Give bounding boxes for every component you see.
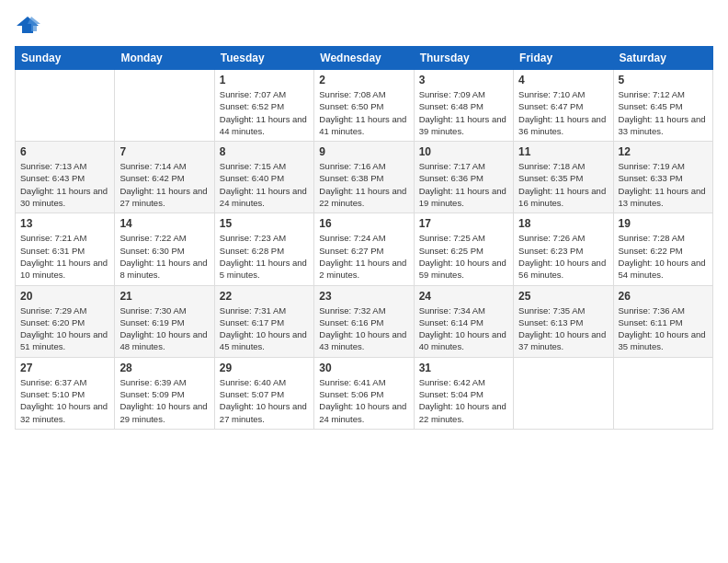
day-number: 29 [220,362,309,374]
calendar-cell: 28Sunrise: 6:39 AM Sunset: 5:09 PM Dayli… [115,357,214,429]
day-number: 9 [319,145,408,158]
day-number: 4 [518,74,608,86]
day-info: Sunrise: 7:35 AM Sunset: 6:13 PM Dayligh… [518,304,608,353]
day-number: 27 [20,362,109,374]
calendar-cell [16,70,115,142]
calendar-header-row: SundayMondayTuesdayWednesdayThursdayFrid… [16,47,713,70]
calendar-cell: 31Sunrise: 6:42 AM Sunset: 5:04 PM Dayli… [414,357,513,429]
day-info: Sunrise: 6:39 AM Sunset: 5:09 PM Dayligh… [119,376,209,425]
day-number: 7 [119,145,209,158]
calendar-cell: 12Sunrise: 7:19 AM Sunset: 6:33 PM Dayli… [613,142,712,213]
day-info: Sunrise: 7:34 AM Sunset: 6:14 PM Dayligh… [419,304,508,353]
day-info: Sunrise: 7:24 AM Sunset: 6:27 PM Dayligh… [319,232,408,281]
calendar-cell: 4Sunrise: 7:10 AM Sunset: 6:47 PM Daylig… [514,70,613,142]
calendar-table: SundayMondayTuesdayWednesdayThursdayFrid… [15,46,713,430]
day-info: Sunrise: 7:12 AM Sunset: 6:45 PM Dayligh… [619,88,708,137]
calendar-cell: 27Sunrise: 6:37 AM Sunset: 5:10 PM Dayli… [16,357,115,429]
calendar-cell: 20Sunrise: 7:29 AM Sunset: 6:20 PM Dayli… [16,285,115,357]
calendar-cell [514,357,613,429]
day-number: 31 [419,362,508,374]
calendar-cell: 11Sunrise: 7:18 AM Sunset: 6:35 PM Dayli… [514,142,613,213]
weekday-header-tuesday: Tuesday [214,47,313,70]
day-info: Sunrise: 6:41 AM Sunset: 5:06 PM Dayligh… [319,376,408,425]
logo-icon [15,15,40,35]
day-number: 14 [119,217,209,230]
calendar-week-1: 1Sunrise: 7:07 AM Sunset: 6:52 PM Daylig… [16,70,713,142]
day-info: Sunrise: 7:29 AM Sunset: 6:20 PM Dayligh… [20,304,109,353]
day-number: 26 [619,290,708,303]
calendar-cell: 18Sunrise: 7:26 AM Sunset: 6:23 PM Dayli… [514,213,613,285]
calendar-cell: 2Sunrise: 7:08 AM Sunset: 6:50 PM Daylig… [314,70,414,142]
page-header [15,15,713,35]
day-info: Sunrise: 7:09 AM Sunset: 6:48 PM Dayligh… [419,88,508,137]
calendar-cell: 16Sunrise: 7:24 AM Sunset: 6:27 PM Dayli… [314,213,414,285]
weekday-header-monday: Monday [115,47,214,70]
calendar-cell: 30Sunrise: 6:41 AM Sunset: 5:06 PM Dayli… [314,357,414,429]
calendar-cell [115,70,214,142]
calendar-cell: 25Sunrise: 7:35 AM Sunset: 6:13 PM Dayli… [514,285,613,357]
day-number: 6 [20,145,109,158]
calendar-cell: 24Sunrise: 7:34 AM Sunset: 6:14 PM Dayli… [414,285,513,357]
calendar-cell: 8Sunrise: 7:15 AM Sunset: 6:40 PM Daylig… [214,142,313,213]
day-number: 13 [20,217,109,230]
day-number: 5 [619,74,708,86]
day-info: Sunrise: 6:40 AM Sunset: 5:07 PM Dayligh… [220,376,309,425]
day-info: Sunrise: 7:25 AM Sunset: 6:25 PM Dayligh… [419,232,508,281]
day-number: 12 [619,145,708,158]
calendar-cell: 21Sunrise: 7:30 AM Sunset: 6:19 PM Dayli… [115,285,214,357]
day-number: 3 [419,74,508,86]
day-info: Sunrise: 7:30 AM Sunset: 6:19 PM Dayligh… [119,304,209,353]
day-info: Sunrise: 7:26 AM Sunset: 6:23 PM Dayligh… [518,232,608,281]
weekday-header-friday: Friday [514,47,613,70]
day-info: Sunrise: 7:17 AM Sunset: 6:36 PM Dayligh… [419,160,508,209]
day-number: 16 [319,217,408,230]
day-info: Sunrise: 7:21 AM Sunset: 6:31 PM Dayligh… [20,232,109,281]
day-info: Sunrise: 7:31 AM Sunset: 6:17 PM Dayligh… [220,304,309,353]
calendar-cell: 14Sunrise: 7:22 AM Sunset: 6:30 PM Dayli… [115,213,214,285]
day-info: Sunrise: 7:10 AM Sunset: 6:47 PM Dayligh… [518,88,608,137]
calendar-week-2: 6Sunrise: 7:13 AM Sunset: 6:43 PM Daylig… [16,142,713,213]
day-number: 23 [319,290,408,303]
day-number: 15 [220,217,309,230]
day-number: 28 [119,362,209,374]
day-number: 20 [20,290,109,303]
calendar-cell: 3Sunrise: 7:09 AM Sunset: 6:48 PM Daylig… [414,70,513,142]
calendar-cell: 13Sunrise: 7:21 AM Sunset: 6:31 PM Dayli… [16,213,115,285]
weekday-header-saturday: Saturday [613,47,712,70]
day-info: Sunrise: 7:28 AM Sunset: 6:22 PM Dayligh… [619,232,708,281]
day-number: 2 [319,74,408,86]
day-info: Sunrise: 7:16 AM Sunset: 6:38 PM Dayligh… [319,160,408,209]
day-info: Sunrise: 7:32 AM Sunset: 6:16 PM Dayligh… [319,304,408,353]
day-info: Sunrise: 6:42 AM Sunset: 5:04 PM Dayligh… [419,376,508,425]
day-info: Sunrise: 7:07 AM Sunset: 6:52 PM Dayligh… [220,88,309,137]
logo [15,15,44,35]
day-info: Sunrise: 7:13 AM Sunset: 6:43 PM Dayligh… [20,160,109,209]
calendar-cell: 9Sunrise: 7:16 AM Sunset: 6:38 PM Daylig… [314,142,414,213]
calendar-week-4: 20Sunrise: 7:29 AM Sunset: 6:20 PM Dayli… [16,285,713,357]
day-info: Sunrise: 7:08 AM Sunset: 6:50 PM Dayligh… [319,88,408,137]
calendar-cell: 23Sunrise: 7:32 AM Sunset: 6:16 PM Dayli… [314,285,414,357]
day-number: 30 [319,362,408,374]
calendar-cell: 29Sunrise: 6:40 AM Sunset: 5:07 PM Dayli… [214,357,313,429]
calendar-cell [613,357,712,429]
calendar-cell: 1Sunrise: 7:07 AM Sunset: 6:52 PM Daylig… [214,70,313,142]
day-info: Sunrise: 7:22 AM Sunset: 6:30 PM Dayligh… [119,232,209,281]
calendar-cell: 15Sunrise: 7:23 AM Sunset: 6:28 PM Dayli… [214,213,313,285]
day-info: Sunrise: 7:36 AM Sunset: 6:11 PM Dayligh… [619,304,708,353]
calendar-week-3: 13Sunrise: 7:21 AM Sunset: 6:31 PM Dayli… [16,213,713,285]
calendar-cell: 10Sunrise: 7:17 AM Sunset: 6:36 PM Dayli… [414,142,513,213]
calendar-cell: 17Sunrise: 7:25 AM Sunset: 6:25 PM Dayli… [414,213,513,285]
weekday-header-thursday: Thursday [414,47,513,70]
day-number: 1 [220,74,309,86]
day-number: 10 [419,145,508,158]
day-number: 25 [518,290,608,303]
calendar-cell: 19Sunrise: 7:28 AM Sunset: 6:22 PM Dayli… [613,213,712,285]
day-info: Sunrise: 7:14 AM Sunset: 6:42 PM Dayligh… [119,160,209,209]
day-number: 8 [220,145,309,158]
day-info: Sunrise: 7:15 AM Sunset: 6:40 PM Dayligh… [220,160,309,209]
day-number: 24 [419,290,508,303]
calendar-cell: 26Sunrise: 7:36 AM Sunset: 6:11 PM Dayli… [613,285,712,357]
day-number: 22 [220,290,309,303]
day-number: 18 [518,217,608,230]
day-number: 17 [419,217,508,230]
